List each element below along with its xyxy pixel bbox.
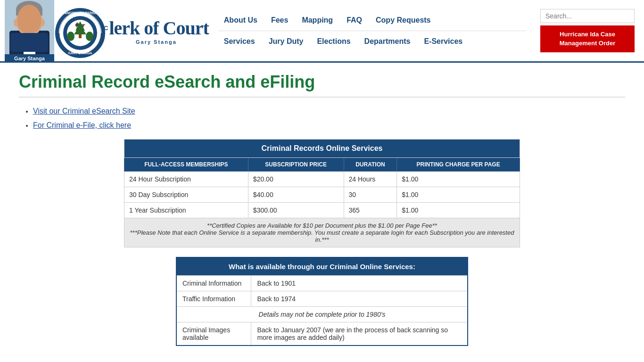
svg-rect-2 — [9, 31, 50, 54]
nav-services[interactable]: Services — [218, 35, 261, 48]
col-header-memberships: FULL-ACCESS MEMBERSHIPS — [124, 158, 248, 172]
svg-rect-1 — [5, 0, 54, 54]
nav-mapping[interactable]: Mapping — [296, 14, 339, 27]
table-row-italic: Details may not be complete prior to 198… — [176, 307, 468, 322]
site-header: Gary Stanga 🦅 TANGIPAHOA PARISH GARY STA… — [0, 0, 644, 63]
membership-name: 30 Day Subscription — [124, 187, 248, 203]
clerk-of-court-branding: C lerk of Court Gary Stanga — [104, 17, 209, 45]
subscription-price: $40.00 — [248, 187, 344, 203]
col-header-duration: DURATION — [344, 158, 397, 172]
svg-rect-24 — [79, 34, 82, 38]
hurricane-btn[interactable]: Hurricane Ida Case Management Order — [540, 25, 635, 52]
printing-charge: $1.00 — [397, 172, 520, 187]
subscription-price: $20.00 — [248, 172, 344, 187]
service-label: Criminal Images available — [176, 322, 251, 346]
note-row: **Certified Copies are Available for $10… — [124, 218, 520, 247]
membership-name: 24 Hour Subscription — [124, 172, 248, 187]
records-table-title: Criminal Records Online Services — [124, 140, 520, 158]
logo-section: 🦅 TANGIPAHOA PARISH GARY STANGA C lerk o… — [54, 7, 209, 54]
svg-point-5 — [16, 6, 42, 36]
col-header-printing: PRINTING CHARGE PER PAGE — [397, 158, 520, 172]
page-title: Criminal Record eSearch and eFiling — [19, 72, 625, 98]
header-right-section: Hurricane Ida Case Management Order — [536, 4, 639, 57]
svg-point-25 — [67, 32, 74, 41]
service-value: Back to January 2007 (we are in the proc… — [251, 322, 468, 346]
main-navigation: About Us Fees Mapping FAQ Copy Requests … — [209, 10, 536, 52]
nav-e-services[interactable]: E-Services — [418, 35, 468, 48]
main-content: Criminal Record eSearch and eFiling Visi… — [0, 63, 644, 355]
svg-point-11 — [34, 19, 37, 22]
nav-fees[interactable]: Fees — [265, 14, 294, 27]
duration: 24 Hours — [344, 172, 397, 187]
nav-elections[interactable]: Elections — [311, 35, 356, 48]
clerk-main-label: lerk of Court — [109, 17, 208, 39]
person-name-label: Gary Stanga — [5, 54, 54, 61]
table-row: 1 Year Subscription $300.00 365 $1.00 — [124, 203, 520, 218]
duration: 30 — [344, 187, 397, 203]
nav-row-1: About Us Fees Mapping FAQ Copy Requests — [218, 10, 526, 31]
tables-section: Criminal Records Online Services FULL-AC… — [19, 139, 625, 346]
duration: 365 — [344, 203, 397, 218]
esearch-link[interactable]: Visit our Criminal eSearch Site — [33, 107, 135, 115]
service-value: Back to 1974 — [251, 291, 468, 307]
printing-charge: $1.00 — [397, 203, 520, 218]
available-table: What is available through our Criminal O… — [176, 257, 468, 346]
records-table-note: **Certified Copies are Available for $10… — [124, 218, 520, 247]
service-value: Back to 1901 — [251, 276, 468, 291]
svg-point-13 — [14, 19, 18, 26]
list-item: Visit our Criminal eSearch Site — [33, 107, 625, 115]
table-row: 30 Day Subscription $40.00 30 $1.00 — [124, 187, 520, 203]
service-label: Criminal Information — [176, 276, 251, 291]
available-table-title: What is available through our Criminal O… — [176, 257, 468, 276]
clerk-name-brand: Gary Stanga — [104, 39, 209, 45]
subscription-price: $300.00 — [248, 203, 344, 218]
svg-point-9 — [33, 18, 37, 22]
svg-point-12 — [28, 23, 31, 27]
nav-jury-duty[interactable]: Jury Duty — [263, 35, 309, 48]
table-row: Criminal Images available Back to Januar… — [176, 322, 468, 346]
table-row: Criminal Information Back to 1901 — [176, 276, 468, 291]
person-photo-section: Gary Stanga — [5, 0, 54, 61]
nav-about-us[interactable]: About Us — [218, 14, 263, 27]
nav-departments[interactable]: Departments — [359, 35, 416, 48]
svg-point-8 — [21, 18, 26, 22]
nav-faq[interactable]: FAQ — [341, 14, 368, 27]
seal-logo: 🦅 TANGIPAHOA PARISH GARY STANGA — [54, 7, 101, 54]
search-input[interactable] — [540, 9, 635, 23]
svg-point-10 — [23, 19, 25, 22]
gary-stanga-photo — [5, 0, 54, 54]
svg-text:GARY STANGA: GARY STANGA — [68, 51, 92, 55]
svg-point-14 — [40, 19, 45, 26]
links-list: Visit our Criminal eSearch Site For Crim… — [19, 107, 625, 130]
nav-copy-requests[interactable]: Copy Requests — [370, 14, 436, 27]
service-label: Traffic Information — [176, 291, 251, 307]
printing-charge: $1.00 — [397, 187, 520, 203]
records-table: Criminal Records Online Services FULL-AC… — [124, 139, 520, 247]
table-row: 24 Hour Subscription $20.00 24 Hours $1.… — [124, 172, 520, 187]
table-row: Traffic Information Back to 1974 — [176, 291, 468, 307]
nav-row-2: Services Jury Duty Elections Departments… — [218, 31, 526, 52]
efile-link[interactable]: For Criminal e-File, click here — [33, 121, 131, 129]
col-header-price: SUBSCRIPTION PRICE — [248, 158, 344, 172]
svg-rect-7 — [16, 8, 42, 16]
list-item: For Criminal e-File, click here — [33, 121, 625, 130]
svg-rect-4 — [27, 32, 32, 51]
italic-note: Details may not be complete prior to 198… — [176, 307, 468, 322]
svg-point-26 — [86, 32, 93, 41]
membership-name: 1 Year Subscription — [124, 203, 248, 218]
svg-rect-3 — [24, 31, 35, 54]
